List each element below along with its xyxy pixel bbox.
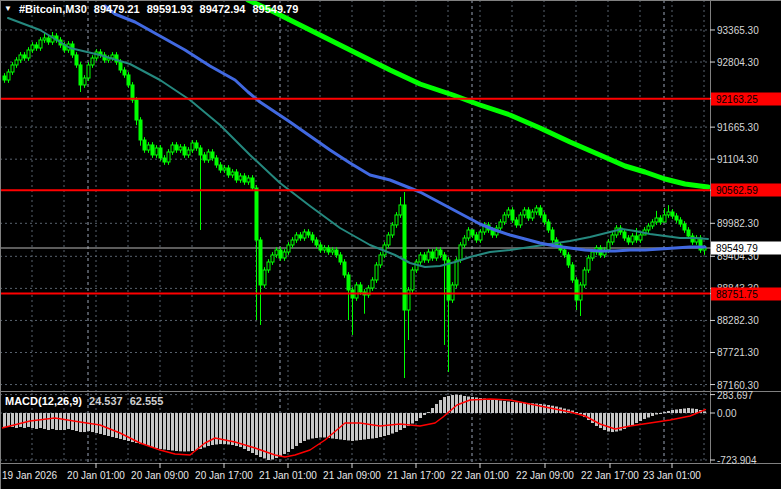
candle-body <box>463 238 466 245</box>
candle-body <box>427 252 430 260</box>
candle-body <box>499 222 502 228</box>
candle-body <box>459 245 462 260</box>
candle-body <box>91 58 94 65</box>
candle-body <box>391 225 394 235</box>
candle-body <box>167 152 170 162</box>
candle-body <box>535 208 538 212</box>
macd-histogram-bar <box>443 397 446 413</box>
macd-histogram-bar <box>643 413 646 419</box>
candle-body <box>35 45 38 48</box>
macd-histogram-bar <box>99 413 102 434</box>
macd-histogram-bar <box>547 405 550 413</box>
price-axis-label: 91665.30 <box>717 122 759 133</box>
candle-body <box>247 178 250 182</box>
macd-histogram-bar <box>111 413 114 437</box>
macd-histogram-bar <box>167 413 170 450</box>
candle-body <box>259 240 262 285</box>
candle-body <box>287 245 290 252</box>
level-price-label: 88751.75 <box>711 287 781 300</box>
candle-body <box>179 147 182 150</box>
macd-histogram-bar <box>15 413 18 428</box>
candle-body <box>647 226 650 230</box>
candle-body <box>139 120 142 140</box>
macd-histogram-bar <box>635 413 638 423</box>
macd-histogram-bar <box>283 413 286 454</box>
macd-histogram-bar <box>131 413 134 442</box>
macd-histogram-bar <box>519 402 522 413</box>
candle-body <box>251 178 254 188</box>
candle-body <box>147 145 150 150</box>
macd-histogram-bar <box>159 413 162 449</box>
candle-body <box>127 75 130 85</box>
candle-body <box>375 265 378 280</box>
candle-body <box>319 245 322 250</box>
candle-body <box>387 235 390 245</box>
candle-body <box>199 148 202 155</box>
candle-body <box>211 152 214 158</box>
candle-body <box>583 270 586 285</box>
candle-body <box>11 65 14 72</box>
macd-axis-label: -723.904 <box>717 455 756 466</box>
macd-histogram-bar <box>655 413 658 414</box>
candle-body <box>7 72 10 80</box>
candle-body <box>291 240 294 245</box>
macd-histogram-bar <box>107 413 110 436</box>
candle-body <box>343 262 346 275</box>
macd-histogram-bar <box>595 413 598 426</box>
time-axis-label: 20 Jan 17:00 <box>195 470 253 481</box>
candle-body <box>419 255 422 262</box>
candle-body <box>675 216 678 220</box>
candle-body <box>135 100 138 120</box>
ma-green-line <box>248 0 708 187</box>
level-price-label: 92163.25 <box>711 92 781 105</box>
macd-histogram-bar <box>599 413 602 428</box>
price-axis-label: 88282.30 <box>717 315 759 326</box>
trading-chart-window: ▼ #Bitcoin,M30 89479.21 89591.93 89472.9… <box>0 0 781 489</box>
candle-body <box>183 147 186 155</box>
symbol-dropdown-icon[interactable]: ▼ <box>4 4 12 14</box>
macd-histogram-bar <box>607 413 610 432</box>
candle-body <box>471 230 474 235</box>
macd-histogram-bar <box>411 413 414 424</box>
candle-body <box>359 285 362 292</box>
candle-body <box>239 176 242 180</box>
macd-histogram-bar <box>439 400 442 413</box>
candle-body <box>651 222 654 226</box>
time-axis-label: 21 Jan 01:00 <box>259 470 317 481</box>
candle-body <box>379 255 382 265</box>
price-chart-canvas[interactable] <box>0 0 781 489</box>
candle-body <box>263 270 266 285</box>
candle-body <box>607 242 610 250</box>
main-chart-panel[interactable] <box>0 0 710 391</box>
macd-histogram-bar <box>163 413 166 449</box>
macd-histogram-bar <box>43 413 46 429</box>
macd-histogram-bar <box>59 413 62 430</box>
candle-body <box>511 210 514 220</box>
macd-axis-label: 283.697 <box>717 389 753 400</box>
candle-body <box>655 218 658 222</box>
candle-body <box>143 140 146 150</box>
candle-body <box>203 155 206 160</box>
macd-histogram-bar <box>651 413 654 416</box>
macd-histogram-bar <box>631 413 634 425</box>
candle-body <box>399 205 402 215</box>
macd-histogram-bar <box>483 399 486 413</box>
candle-body <box>687 230 690 236</box>
candle-body <box>295 235 298 240</box>
candle-body <box>639 235 642 240</box>
level-price-label: 90562.59 <box>711 184 781 197</box>
macd-histogram-bar <box>431 408 434 413</box>
ohlc-low-value: 89472.94 <box>200 3 246 15</box>
macd-histogram-bar <box>363 413 366 439</box>
macd-histogram-bar <box>3 413 6 427</box>
candle-body <box>299 235 302 238</box>
time-axis-label: 21 Jan 09:00 <box>323 470 381 481</box>
macd-histogram-bar <box>103 413 106 435</box>
candle-body <box>475 235 478 240</box>
macd-axis-label: 0.00 <box>717 408 736 419</box>
candle-body <box>587 258 590 270</box>
candle-body <box>223 168 226 170</box>
candle-body <box>575 280 578 300</box>
candle-body <box>679 220 682 224</box>
macd-title: MACD(12,26,9) <box>5 395 82 407</box>
